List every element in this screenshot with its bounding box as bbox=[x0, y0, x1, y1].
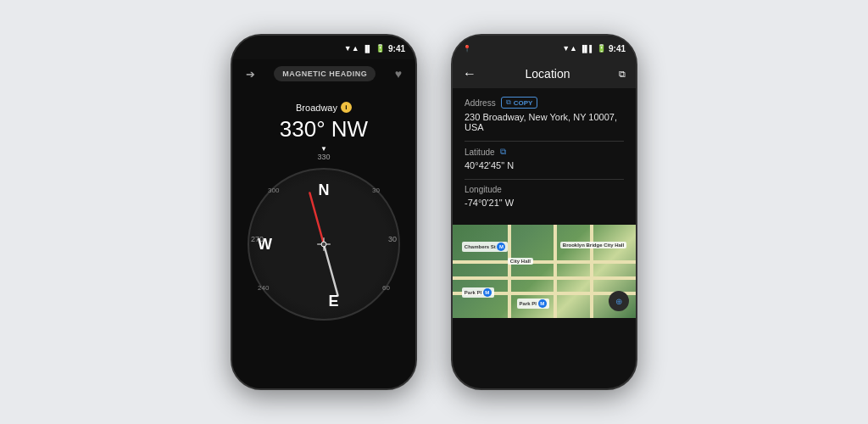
street-label: Broadway i bbox=[296, 102, 352, 113]
tick-240: 240 bbox=[258, 284, 269, 292]
degree-number: 330 bbox=[317, 153, 330, 161]
compass-top-bar: ➔ MAGNETIC HEADING ♥ bbox=[232, 59, 415, 88]
map-road-horizontal-2 bbox=[453, 276, 636, 280]
latitude-label: Latitude bbox=[465, 148, 495, 157]
address-label: Address bbox=[465, 98, 496, 108]
wifi-icon: ▼▲ bbox=[344, 44, 359, 53]
phone-2: 📍 ▼▲ ▐▌▌ 🔋 9:41 ← Location ⧉ Address ⧉ C… bbox=[451, 34, 637, 390]
map-road-vertical-1 bbox=[508, 225, 511, 318]
latitude-section: Latitude ⧉ 40°42'45" N bbox=[465, 147, 624, 170]
map-label-park2: Park Pl M bbox=[517, 298, 549, 309]
location-header: ← Location ⧉ bbox=[453, 59, 636, 88]
tick-60: 60 bbox=[382, 284, 390, 292]
address-section: Address ⧉ COPY 230 Broadway, New York, N… bbox=[465, 97, 624, 132]
map-road-horizontal-1 bbox=[453, 260, 636, 264]
needle-indicator: ▼ bbox=[320, 145, 327, 153]
location-content: Address ⧉ COPY 230 Broadway, New York, N… bbox=[453, 88, 636, 225]
svg-line-0 bbox=[309, 192, 324, 244]
compass-dial: /* Rendered via CSS/SVG inline below */ … bbox=[248, 168, 400, 321]
copy-icon: ⧉ bbox=[506, 98, 511, 107]
status-time-1: 9:41 bbox=[388, 44, 405, 53]
tick-30b: 30 bbox=[388, 235, 397, 243]
map-road-vertical-3 bbox=[590, 225, 593, 318]
battery-icon-2: 🔋 bbox=[597, 44, 606, 53]
back-button[interactable]: ← bbox=[463, 66, 476, 81]
divider-1 bbox=[465, 141, 624, 142]
tick-270: 270 bbox=[251, 235, 264, 243]
svg-point-4 bbox=[321, 242, 326, 247]
compass-degree: 330° NW bbox=[280, 116, 368, 142]
share-icon[interactable]: ➔ bbox=[246, 68, 255, 81]
compass-north-label: N bbox=[319, 181, 330, 199]
copy-latitude-icon[interactable]: ⧉ bbox=[500, 147, 506, 157]
location-title: Location bbox=[483, 67, 612, 81]
status-bar-2: 📍 ▼▲ ▐▌▌ 🔋 9:41 bbox=[453, 36, 636, 59]
tick-30: 30 bbox=[372, 187, 380, 194]
signal-icon: ▐▌ bbox=[363, 45, 372, 53]
compass-screen: ➔ MAGNETIC HEADING ♥ Broadway i 330° NW … bbox=[232, 59, 415, 390]
status-bar-1: ▼▲ ▐▌ 🔋 9:41 bbox=[232, 36, 415, 59]
crosshair-icon: ⊕ bbox=[615, 297, 622, 306]
longitude-label: Longitude bbox=[465, 185, 502, 194]
location-pin-icon: 📍 bbox=[463, 45, 471, 53]
phone-1: ▼▲ ▐▌ 🔋 9:41 ➔ MAGNETIC HEADING ♥ Broadw… bbox=[231, 34, 417, 390]
latitude-value: 40°42'45" N bbox=[465, 160, 624, 170]
heading-badge[interactable]: MAGNETIC HEADING bbox=[274, 66, 376, 81]
map-location-button[interactable]: ⊕ bbox=[609, 291, 629, 311]
external-link-icon[interactable]: ⧉ bbox=[619, 69, 626, 80]
signal-icon-2: ▐▌▌ bbox=[580, 45, 594, 53]
longitude-section: Longitude -74°0'21" W bbox=[465, 185, 624, 208]
svg-line-1 bbox=[324, 244, 338, 296]
favorite-icon[interactable]: ♥ bbox=[395, 67, 402, 81]
metro-icon-2: M bbox=[483, 288, 492, 297]
info-icon[interactable]: i bbox=[341, 102, 352, 113]
compass-east-label: E bbox=[329, 293, 339, 310]
map-background: Chambers St M City Hall Brooklyn Bridge … bbox=[453, 225, 636, 318]
metro-icon-1: M bbox=[497, 243, 505, 251]
map-container[interactable]: Chambers St M City Hall Brooklyn Bridge … bbox=[453, 225, 636, 318]
tick-300: 300 bbox=[268, 187, 279, 194]
copy-button-label: COPY bbox=[514, 99, 533, 107]
wifi-icon-2: ▼▲ bbox=[562, 44, 577, 53]
address-value: 230 Broadway, New York, NY 10007, USA bbox=[465, 112, 624, 132]
copy-address-button[interactable]: ⧉ COPY bbox=[501, 97, 538, 109]
battery-icon: 🔋 bbox=[376, 44, 385, 53]
map-label-park: Park Pl M bbox=[462, 287, 494, 298]
divider-2 bbox=[465, 179, 624, 180]
map-label-brooklyn: Brooklyn Bridge City Hall bbox=[560, 242, 626, 248]
map-road-vertical-2 bbox=[554, 225, 557, 318]
metro-icon-3: M bbox=[538, 299, 547, 308]
status-time-2: 9:41 bbox=[609, 44, 626, 53]
map-label-cityhall: City Hall bbox=[508, 258, 533, 265]
map-label-chambers: Chambers St M bbox=[462, 242, 509, 252]
longitude-value: -74°0'21" W bbox=[465, 198, 624, 208]
